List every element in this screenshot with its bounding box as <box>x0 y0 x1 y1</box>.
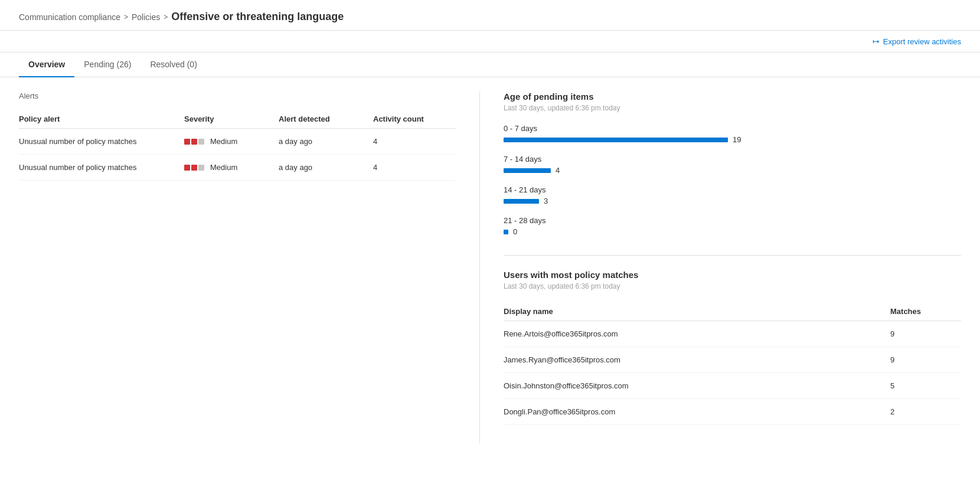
users-row-3-matches: 2 <box>890 407 961 416</box>
col-policy-alert: Policy alert <box>19 115 184 123</box>
users-col-name: Display name <box>504 307 890 316</box>
users-table: Display name Matches Rene.Artois@office3… <box>504 302 961 425</box>
alerts-panel: Alerts Policy alert Severity Alert detec… <box>19 91 480 444</box>
severity-dot-red-4 <box>191 165 197 171</box>
alert-row-2-count: 4 <box>373 163 456 172</box>
tab-pending[interactable]: Pending (26) <box>74 53 141 77</box>
users-row-3-name: Dongli.Pan@office365itpros.com <box>504 407 890 416</box>
alert-row-1: Unusual number of policy matches Medium … <box>19 129 456 155</box>
age-bar-value-3: 0 <box>513 227 517 236</box>
toolbar: ↦ Export review activities <box>0 31 980 53</box>
severity-dot-gray-1 <box>198 139 204 145</box>
age-bar-fill-3 <box>504 230 508 234</box>
age-bar-value-2: 3 <box>544 197 548 205</box>
export-button[interactable]: ↦ Export review activities <box>873 37 961 46</box>
alerts-table: Policy alert Severity Alert detected Act… <box>19 110 456 181</box>
age-bar-chart: 0 - 7 days 19 7 - 14 days 4 14 - 21 days… <box>504 124 961 236</box>
age-bar-value-0: 19 <box>733 135 741 144</box>
users-table-header: Display name Matches <box>504 302 961 321</box>
export-label: Export review activities <box>883 37 961 46</box>
age-bar-fill-0 <box>504 138 728 142</box>
users-row-2: Oisin.Johnston@office365itpros.com 5 <box>504 373 961 399</box>
section-divider <box>504 255 961 256</box>
users-row-1-matches: 9 <box>890 355 961 364</box>
age-chart-section: Age of pending items Last 30 days, updat… <box>504 91 961 236</box>
tabs-bar: Overview Pending (26) Resolved (0) <box>0 53 980 77</box>
age-bar-row-1: 7 - 14 days 4 <box>504 155 961 175</box>
users-row-1: James.Ryan@office365itpros.com 9 <box>504 347 961 373</box>
age-chart-title: Age of pending items <box>504 91 961 102</box>
severity-dot-red-2 <box>191 139 197 145</box>
users-row-2-name: Oisin.Johnston@office365itpros.com <box>504 381 890 390</box>
users-row-0-matches: 9 <box>890 329 961 338</box>
severity-dot-red-3 <box>184 165 190 171</box>
breadcrumb-sep1: > <box>124 13 128 21</box>
charts-panel: Age of pending items Last 30 days, updat… <box>480 91 961 444</box>
alerts-section-title: Alerts <box>19 91 456 100</box>
export-icon: ↦ <box>873 37 880 46</box>
age-bar-row-0: 0 - 7 days 19 <box>504 124 961 144</box>
alert-row-2: Unusual number of policy matches Medium … <box>19 155 456 181</box>
breadcrumb-part1[interactable]: Communication compliance <box>19 12 120 22</box>
age-bar-fill-2 <box>504 199 539 204</box>
severity-dots-2 <box>184 165 204 171</box>
age-bar-value-1: 4 <box>556 166 560 175</box>
alerts-table-header: Policy alert Severity Alert detected Act… <box>19 110 456 129</box>
users-row-2-matches: 5 <box>890 381 961 390</box>
age-bar-track-1: 4 <box>504 166 961 175</box>
alert-row-1-severity-label: Medium <box>210 137 237 146</box>
col-activity-count: Activity count <box>373 115 456 123</box>
alert-row-1-severity: Medium <box>184 137 279 146</box>
age-bar-track-3: 0 <box>504 227 961 236</box>
breadcrumb-part2[interactable]: Policies <box>132 12 160 22</box>
alert-row-1-policy: Unusual number of policy matches <box>19 137 184 146</box>
age-bar-track-2: 3 <box>504 197 961 205</box>
users-row-0-name: Rene.Artois@office365itpros.com <box>504 329 890 338</box>
breadcrumb-sep2: > <box>164 13 168 21</box>
col-severity: Severity <box>184 115 279 123</box>
main-content: Alerts Policy alert Severity Alert detec… <box>0 77 980 458</box>
breadcrumb: Communication compliance > Policies > Of… <box>19 11 961 23</box>
severity-dot-gray-2 <box>198 165 204 171</box>
alert-row-1-detected: a day ago <box>279 137 373 146</box>
age-bar-label-1: 7 - 14 days <box>504 155 961 164</box>
severity-dot-red-1 <box>184 139 190 145</box>
users-row-0: Rene.Artois@office365itpros.com 9 <box>504 321 961 347</box>
page-title: Offensive or threatening language <box>171 11 344 23</box>
users-section: Users with most policy matches Last 30 d… <box>504 270 961 425</box>
users-title: Users with most policy matches <box>504 270 961 280</box>
alert-row-2-severity: Medium <box>184 163 279 172</box>
severity-dots-1 <box>184 139 204 145</box>
users-col-matches: Matches <box>890 307 961 316</box>
age-chart-subtitle: Last 30 days, updated 6:36 pm today <box>504 104 961 112</box>
tab-overview[interactable]: Overview <box>19 53 74 77</box>
alert-row-2-policy: Unusual number of policy matches <box>19 163 184 172</box>
alert-row-1-count: 4 <box>373 137 456 146</box>
tab-resolved[interactable]: Resolved (0) <box>141 53 206 77</box>
age-bar-track-0: 19 <box>504 135 961 144</box>
age-bar-label-2: 14 - 21 days <box>504 185 961 194</box>
age-bar-label-0: 0 - 7 days <box>504 124 961 133</box>
alert-row-2-severity-label: Medium <box>210 163 237 172</box>
users-row-1-name: James.Ryan@office365itpros.com <box>504 355 890 364</box>
header: Communication compliance > Policies > Of… <box>0 0 980 31</box>
users-row-3: Dongli.Pan@office365itpros.com 2 <box>504 399 961 425</box>
users-subtitle: Last 30 days, updated 6:36 pm today <box>504 282 961 290</box>
col-alert-detected: Alert detected <box>279 115 373 123</box>
alert-row-2-detected: a day ago <box>279 163 373 172</box>
age-bar-row-3: 21 - 28 days 0 <box>504 216 961 236</box>
age-bar-row-2: 14 - 21 days 3 <box>504 185 961 205</box>
age-bar-label-3: 21 - 28 days <box>504 216 961 225</box>
age-bar-fill-1 <box>504 168 551 173</box>
